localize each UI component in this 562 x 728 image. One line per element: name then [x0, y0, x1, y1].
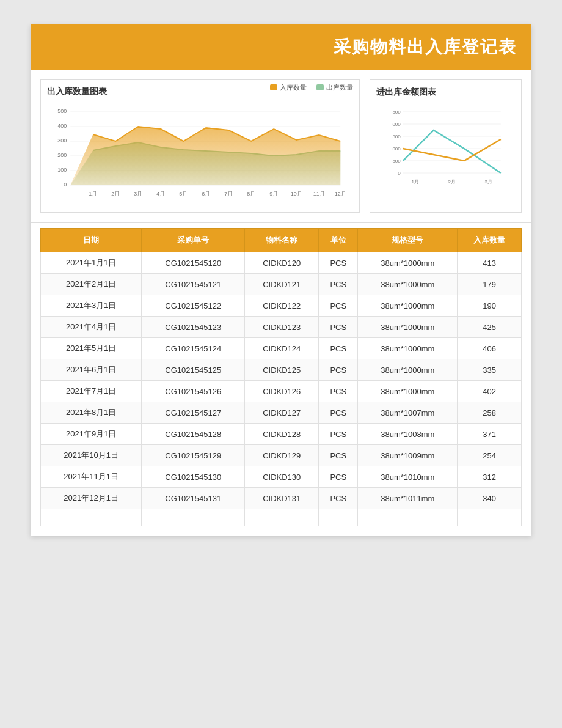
svg-text:6月: 6月 — [202, 191, 210, 197]
table-body: 2021年1月1日CG1021545120CIDKD120PCS38um*100… — [41, 252, 522, 526]
legend-item-in: 入库数量 — [270, 83, 307, 92]
right-chart-box: 进出库金额图表 500 000 500 000 500 0 — [370, 79, 522, 213]
table-empty-row — [41, 509, 522, 526]
svg-text:3月: 3月 — [484, 179, 492, 185]
table-cell-10-2: CIDKD130 — [245, 466, 319, 488]
legend-dot-in — [270, 84, 277, 90]
table-cell-11-5: 340 — [458, 488, 522, 509]
table-cell-5-3: PCS — [319, 359, 358, 381]
empty-cell-2 — [245, 509, 319, 526]
svg-text:0: 0 — [398, 171, 401, 176]
table-row: 2021年6月1日CG1021545125CIDKD125PCS38um*100… — [41, 359, 522, 381]
page-title: 采购物料出入库登记表 — [334, 37, 517, 56]
svg-text:2月: 2月 — [111, 191, 120, 197]
table-cell-8-4: 38um*1008mm — [358, 424, 458, 445]
table-cell-1-4: 38um*1000mm — [358, 274, 458, 295]
table-row: 2021年12月1日CG1021545131CIDKD131PCS38um*10… — [41, 488, 522, 509]
table-cell-10-0: 2021年11月1日 — [41, 466, 142, 488]
table-cell-0-3: PCS — [319, 252, 358, 274]
table-cell-11-1: CG1021545131 — [142, 488, 245, 509]
svg-text:500: 500 — [57, 108, 67, 114]
table-cell-0-5: 413 — [458, 252, 522, 274]
table-cell-4-3: PCS — [319, 338, 358, 359]
table-cell-11-3: PCS — [319, 488, 358, 509]
table-cell-6-1: CG1021545126 — [142, 381, 245, 402]
col-header-order: 采购单号 — [142, 229, 245, 252]
table-cell-8-1: CG1021545128 — [142, 424, 245, 445]
svg-text:8月: 8月 — [247, 191, 255, 197]
svg-text:1月: 1月 — [411, 179, 418, 185]
page-header: 采购物料出入库登记表 — [31, 24, 531, 70]
right-chart-svg: 500 000 500 000 500 0 — [376, 103, 516, 200]
table-cell-9-5: 254 — [458, 445, 522, 466]
table-cell-5-1: CG1021545125 — [142, 359, 245, 381]
table-cell-0-4: 38um*1000mm — [358, 252, 458, 274]
col-header-name: 物料名称 — [245, 229, 319, 252]
right-line-orange — [403, 139, 500, 161]
table-cell-5-4: 38um*1000mm — [358, 359, 458, 381]
table-cell-3-5: 425 — [458, 317, 522, 338]
table-cell-0-1: CG1021545120 — [142, 252, 245, 274]
empty-cell-5 — [458, 509, 522, 526]
table-header: 日期 采购单号 物料名称 单位 规格型号 入库数量 — [41, 229, 522, 252]
legend-dot-out — [316, 84, 324, 90]
table-cell-7-2: CIDKD127 — [245, 402, 319, 424]
svg-text:12月: 12月 — [335, 191, 346, 197]
table-cell-8-2: CIDKD128 — [245, 424, 319, 445]
left-chart-svg: 500 400 300 200 100 0 — [47, 106, 353, 204]
table-cell-9-3: PCS — [319, 445, 358, 466]
data-table: 日期 采购单号 物料名称 单位 规格型号 入库数量 2021年1月1日CG102… — [40, 228, 522, 526]
table-cell-9-4: 38um*1009mm — [358, 445, 458, 466]
table-cell-8-5: 371 — [458, 424, 522, 445]
svg-text:5月: 5月 — [179, 191, 188, 197]
table-cell-10-5: 312 — [458, 466, 522, 488]
svg-text:000: 000 — [392, 122, 401, 127]
table-row: 2021年11月1日CG1021545130CIDKD130PCS38um*10… — [41, 466, 522, 488]
svg-text:9月: 9月 — [269, 191, 278, 197]
table-row: 2021年9月1日CG1021545128CIDKD128PCS38um*100… — [41, 424, 522, 445]
table-cell-9-0: 2021年10月1日 — [41, 445, 142, 466]
empty-cell-4 — [358, 509, 458, 526]
legend-label-out: 出库数量 — [326, 83, 353, 92]
left-chart-legend: 入库数量 出库数量 — [270, 83, 353, 92]
table-row: 2021年10月1日CG1021545129CIDKD129PCS38um*10… — [41, 445, 522, 466]
table-cell-6-2: CIDKD126 — [245, 381, 319, 402]
table-cell-11-4: 38um*1011mm — [358, 488, 458, 509]
svg-text:2月: 2月 — [448, 179, 455, 185]
table-row: 2021年2月1日CG1021545121CIDKD121PCS38um*100… — [41, 274, 522, 295]
table-cell-4-2: CIDKD124 — [245, 338, 319, 359]
empty-cell-1 — [142, 509, 245, 526]
legend-label-in: 入库数量 — [280, 83, 307, 92]
table-cell-3-0: 2021年4月1日 — [41, 317, 142, 338]
charts-section: 出入库数量图表 入库数量 出库数量 500 400 — [31, 70, 531, 223]
table-cell-9-1: CG1021545129 — [142, 445, 245, 466]
empty-cell-3 — [319, 509, 358, 526]
col-header-spec: 规格型号 — [358, 229, 458, 252]
table-row: 2021年4月1日CG1021545123CIDKD123PCS38um*100… — [41, 317, 522, 338]
svg-text:200: 200 — [57, 152, 67, 158]
table-cell-7-3: PCS — [319, 402, 358, 424]
table-row: 2021年1月1日CG1021545120CIDKD120PCS38um*100… — [41, 252, 522, 274]
table-cell-3-2: CIDKD123 — [245, 317, 319, 338]
table-section: 日期 采购单号 物料名称 单位 规格型号 入库数量 2021年1月1日CG102… — [31, 228, 531, 536]
table-cell-1-0: 2021年2月1日 — [41, 274, 142, 295]
right-chart-title: 进出库金额图表 — [376, 87, 436, 97]
table-cell-11-0: 2021年12月1日 — [41, 488, 142, 509]
table-row: 2021年5月1日CG1021545124CIDKD124PCS38um*100… — [41, 338, 522, 359]
svg-text:500: 500 — [392, 134, 401, 139]
in-area — [70, 127, 340, 185]
table-cell-2-1: CG1021545122 — [142, 295, 245, 317]
table-cell-4-4: 38um*1000mm — [358, 338, 458, 359]
table-cell-7-5: 258 — [458, 402, 522, 424]
table-cell-6-3: PCS — [319, 381, 358, 402]
table-cell-5-5: 335 — [458, 359, 522, 381]
table-cell-5-0: 2021年6月1日 — [41, 359, 142, 381]
table-cell-4-0: 2021年5月1日 — [41, 338, 142, 359]
table-cell-4-1: CG1021545124 — [142, 338, 245, 359]
table-cell-11-2: CIDKD131 — [245, 488, 319, 509]
svg-text:10月: 10月 — [291, 191, 302, 197]
left-chart-svg-container: 500 400 300 200 100 0 — [47, 106, 353, 206]
table-row: 2021年8月1日CG1021545127CIDKD127PCS38um*100… — [41, 402, 522, 424]
table-cell-10-1: CG1021545130 — [142, 466, 245, 488]
table-cell-6-0: 2021年7月1日 — [41, 381, 142, 402]
